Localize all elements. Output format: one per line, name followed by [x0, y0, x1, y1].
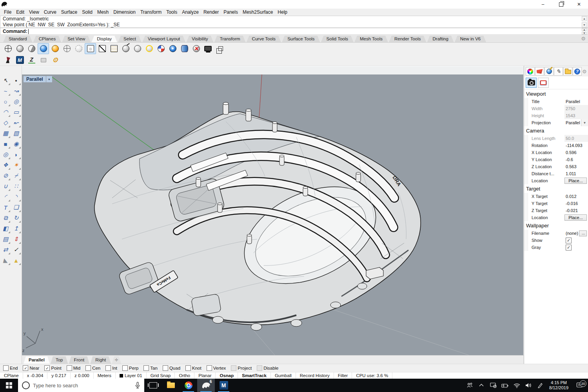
- viewport-tab[interactable]: Top: [51, 356, 68, 364]
- chevron-down-icon[interactable]: ▼: [581, 119, 588, 126]
- scroll-down-icon[interactable]: ▼: [582, 22, 587, 27]
- open-panel-tab-icon[interactable]: [563, 67, 572, 76]
- status-field[interactable]: x -0.304: [23, 372, 48, 379]
- taskbar-search[interactable]: Type here to search: [18, 379, 144, 392]
- rhino-taskbar-button[interactable]: 6: [197, 379, 215, 392]
- status-field[interactable]: Meters: [94, 372, 116, 379]
- shaded-display-icon[interactable]: [14, 43, 25, 54]
- osnap-checkbox[interactable]: [257, 365, 262, 371]
- command-history[interactable]: Command: _IsometricView point ( NE NW SE…: [0, 16, 588, 28]
- status-field[interactable]: Record History: [296, 372, 334, 379]
- task-view-button[interactable]: [144, 379, 162, 392]
- ribbon-tab[interactable]: Curve Tools: [247, 36, 281, 42]
- rendered-display-icon[interactable]: [49, 43, 61, 54]
- ghosted-display-icon[interactable]: [73, 43, 84, 54]
- wireframe-gray-display-icon[interactable]: [61, 43, 73, 54]
- text-icon[interactable]: T: [0, 202, 11, 212]
- restore-button[interactable]: [552, 0, 570, 9]
- toolbar-gear-icon[interactable]: ⚙: [581, 36, 586, 42]
- freeform-curve-icon[interactable]: ↜: [11, 118, 21, 128]
- surface-patch-icon[interactable]: ▧: [11, 128, 21, 138]
- fillet-icon[interactable]: ◜: [0, 192, 11, 202]
- osnap-checkbox[interactable]: [85, 365, 91, 371]
- rectangle-icon[interactable]: ▭: [11, 107, 21, 117]
- volume-icon[interactable]: [523, 379, 534, 392]
- osnap-checkbox[interactable]: [185, 365, 191, 371]
- capture-cylinder-icon[interactable]: [179, 43, 190, 54]
- action-center-button[interactable]: 20: [572, 382, 588, 388]
- zplane-tool-icon[interactable]: Z: [26, 54, 37, 65]
- materials-panel-tab-icon[interactable]: ✎: [554, 67, 563, 76]
- grid-array-icon[interactable]: ▤: [0, 234, 11, 244]
- viewport-title-menu[interactable]: Parallel ▾: [24, 76, 52, 82]
- select-arrow-icon[interactable]: ↖: [0, 75, 11, 85]
- menu-item[interactable]: File: [2, 9, 14, 15]
- start-button[interactable]: [0, 379, 18, 392]
- osnap-checkbox[interactable]: [163, 365, 168, 371]
- property-value[interactable]: 50.0: [564, 135, 588, 142]
- osnap-checkbox[interactable]: ✓: [44, 365, 50, 371]
- camera-sphere-display-icon[interactable]: [167, 43, 178, 54]
- stamp-tool-icon[interactable]: [38, 54, 49, 65]
- command-history-scrollbar[interactable]: ▲ ▼: [582, 16, 587, 27]
- scroll-up-icon[interactable]: ▲: [582, 16, 587, 21]
- property-value[interactable]: 0.563: [564, 163, 588, 170]
- ribbon-tab[interactable]: CPlanes: [33, 36, 61, 42]
- halfshade-display-icon[interactable]: [26, 43, 37, 54]
- arc-icon[interactable]: ◠: [0, 107, 11, 117]
- surface-bend-icon[interactable]: ◗: [11, 149, 21, 160]
- mirror-icon[interactable]: ⇄: [0, 245, 11, 255]
- status-field[interactable]: Osnap: [216, 372, 238, 379]
- property-value[interactable]: 0.012: [564, 193, 588, 200]
- osnap-checkbox[interactable]: [231, 365, 236, 371]
- chevron-up-icon[interactable]: [475, 379, 487, 392]
- status-field[interactable]: Gumball: [271, 372, 296, 379]
- menu-item[interactable]: Help: [275, 9, 290, 15]
- help-panel-tab-icon[interactable]: ?: [573, 67, 582, 76]
- menu-item[interactable]: Dimension: [111, 9, 138, 15]
- viewport-parallel[interactable]: Parallel ▾: [22, 74, 523, 355]
- menu-item[interactable]: View: [27, 9, 42, 15]
- spheres-icon[interactable]: ◉: [11, 139, 21, 149]
- menu-item[interactable]: Render: [201, 9, 221, 15]
- viewport-tab[interactable]: Front: [69, 356, 89, 364]
- ribbon-tab[interactable]: New in V6: [455, 36, 486, 42]
- pen-icon[interactable]: [534, 379, 546, 392]
- property-value[interactable]: 1543: [564, 112, 588, 119]
- circle-icon[interactable]: ○: [0, 96, 11, 107]
- status-field[interactable]: Planar: [194, 372, 216, 379]
- ribbon-tab[interactable]: Render Tools: [389, 36, 426, 42]
- ribbon-tab[interactable]: Surface Tools: [282, 36, 320, 42]
- osnap-option[interactable]: Mid: [67, 365, 81, 371]
- minimize-button[interactable]: –: [534, 0, 552, 9]
- osnap-option[interactable]: Vertex: [207, 365, 226, 371]
- menu-item[interactable]: Analyze: [180, 9, 201, 15]
- status-field[interactable]: CPU use: 3.6 %: [352, 372, 392, 379]
- no-render-icon[interactable]: [191, 43, 202, 54]
- artistic-display-icon[interactable]: [108, 43, 120, 54]
- wifi-icon[interactable]: [511, 379, 523, 392]
- cone-icon[interactable]: ◣: [0, 255, 11, 265]
- osnap-checkbox[interactable]: [207, 365, 212, 371]
- status-field[interactable]: Ortho: [175, 372, 194, 379]
- osnap-option[interactable]: End: [3, 365, 18, 371]
- status-field[interactable]: Grid Snap: [147, 372, 175, 379]
- browse-button[interactable]: ...: [579, 230, 587, 236]
- osnap-option[interactable]: Quad: [163, 365, 180, 371]
- osnap-checkbox[interactable]: [122, 365, 128, 371]
- osnap-option[interactable]: Project: [231, 365, 252, 371]
- ribbon-tab[interactable]: Solid Tools: [321, 36, 354, 42]
- plummet-tool-icon[interactable]: [2, 54, 14, 65]
- show-checkbox[interactable]: ✓: [566, 238, 572, 243]
- ribbon-tab[interactable]: Mesh Tools: [354, 36, 388, 42]
- spin-up-icon[interactable]: ▲: [582, 28, 587, 31]
- viewport-tab[interactable]: Parallel: [24, 356, 50, 364]
- menu-item[interactable]: Surface: [59, 9, 80, 15]
- viewport-tab[interactable]: Right: [90, 356, 111, 364]
- command-input[interactable]: Command:: [0, 28, 588, 35]
- viewport-rect-icon[interactable]: [538, 78, 549, 88]
- split-icon[interactable]: ⌿: [11, 171, 21, 181]
- property-value[interactable]: Parallel: [564, 119, 581, 126]
- move-icon[interactable]: ❏: [11, 202, 21, 212]
- location-place-button[interactable]: Place...: [564, 214, 587, 221]
